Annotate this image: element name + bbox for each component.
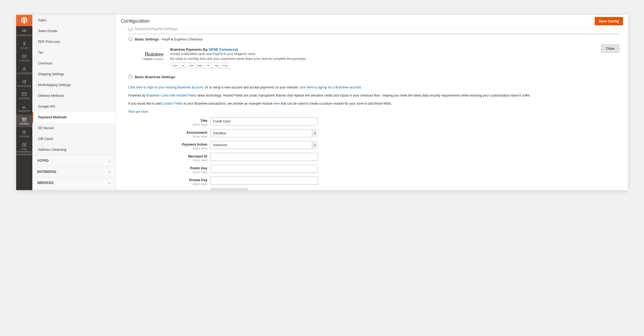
card-brand-pp: PP bbox=[205, 64, 212, 68]
sidebar-section-yotpo[interactable]: YOTPO⌄ bbox=[32, 155, 116, 166]
sidebar-item-checkout[interactable]: Checkout bbox=[32, 58, 116, 69]
nav-label: CONTENT bbox=[19, 97, 30, 100]
nav-item-partners[interactable]: FIND PARTNERS & EXTENSIONS bbox=[16, 140, 32, 158]
svg-rect-2 bbox=[22, 92, 26, 96]
public-key-input[interactable] bbox=[211, 165, 318, 173]
private-key-input[interactable] bbox=[211, 177, 318, 185]
nav-item-marketing[interactable]: MARKETING bbox=[16, 77, 32, 90]
row-public-key: Public Key[store view] bbox=[128, 165, 619, 174]
chevron-down-icon: ⌄ bbox=[108, 159, 111, 163]
svg-text:$: $ bbox=[23, 41, 25, 46]
nav-item-sales[interactable]: $SALES bbox=[16, 39, 32, 52]
nav-item-stores[interactable]: STORES bbox=[16, 115, 32, 127]
section-label: SERVICES bbox=[37, 181, 53, 185]
nav-item-reports[interactable]: REPORTS bbox=[16, 102, 32, 115]
sidebar-item-address-cleansing[interactable]: Address Cleansing bbox=[32, 144, 116, 155]
nav-label: REPORTS bbox=[19, 110, 30, 112]
basic-settings-prefix: Basic Settings bbox=[135, 37, 159, 41]
braintree-provider-card: Braintree A PayPal Company Braintree Pay… bbox=[128, 44, 619, 71]
example-module-link[interactable]: here bbox=[273, 102, 280, 105]
sidebar-item-payment-methods[interactable]: Payment Methods bbox=[32, 112, 116, 123]
sidebar-item-gift-cards[interactable]: Gift Cards bbox=[32, 133, 116, 144]
row-environment: Environment[store view] Sandbox ▼ bbox=[128, 129, 619, 138]
sidebar-section-services[interactable]: SERVICES⌄ bbox=[32, 177, 116, 188]
collapsible-required-paypal[interactable]: ⌄ Required PayPal Settings bbox=[128, 28, 619, 34]
help-para-3: If you would like to add Custom Fields t… bbox=[128, 101, 619, 106]
main-area: Configuration Save Config ⌄ Required Pay… bbox=[116, 15, 628, 190]
provider-title: Braintree Payments (by GENE Commerce) bbox=[170, 48, 619, 52]
chevron-down-icon: ⌄ bbox=[108, 181, 111, 185]
nav-item-system[interactable]: SYSTEM bbox=[16, 127, 32, 140]
row-private-key: Private Key[store view] bbox=[128, 177, 619, 186]
system-icon bbox=[22, 130, 27, 135]
admin-nav: DASHBOARD$SALESCATALOGCUSTOMERSMARKETING… bbox=[16, 15, 32, 190]
help-para-4: Find out more. bbox=[128, 109, 619, 114]
chevron-down-icon: ⌄ bbox=[128, 37, 133, 41]
svg-point-1 bbox=[23, 67, 25, 69]
sidebar-item-3d-secure[interactable]: 3D Secure bbox=[32, 123, 116, 133]
provider-desc-1: Accept credit/debit cards and PayPal in … bbox=[170, 52, 619, 56]
title-input[interactable] bbox=[211, 117, 318, 125]
card-brand-mc: MC bbox=[180, 64, 187, 68]
help-para-2: Powered by Braintree v.zero with Hosted … bbox=[128, 93, 619, 98]
section-label: DOTDIGITAL bbox=[37, 170, 57, 174]
nav-label: CUSTOMERS bbox=[17, 72, 32, 75]
sidebar-item-tax[interactable]: Tax bbox=[32, 47, 116, 58]
vzero-link[interactable]: Braintree v.zero with Hosted Fields bbox=[146, 94, 196, 97]
label-public-key: Public Key bbox=[128, 166, 207, 170]
stores-icon bbox=[22, 117, 27, 122]
card-brand-pay: ‹Pay bbox=[213, 64, 221, 68]
partners-icon bbox=[22, 142, 27, 147]
login-link[interactable]: Click here to login to your existing Bra… bbox=[128, 85, 204, 89]
environment-select[interactable]: Sandbox bbox=[211, 129, 318, 137]
nav-label: MARKETING bbox=[17, 85, 31, 87]
nav-item-dashboard[interactable]: DASHBOARD bbox=[16, 26, 32, 39]
sidebar-item-shipping-settings[interactable]: Shipping Settings bbox=[32, 69, 116, 80]
sidebar-item-pdf-print-outs[interactable]: PDF Print-outs bbox=[32, 36, 116, 47]
sidebar-section-dotdigital[interactable]: DOTDIGITAL⌄ bbox=[32, 166, 116, 177]
sidebar-item-google-api[interactable]: Google API bbox=[32, 101, 116, 112]
nav-item-catalog[interactable]: CATALOG bbox=[16, 52, 32, 64]
find-out-more-link[interactable]: Find out more. bbox=[128, 110, 149, 114]
merchant-id-input[interactable] bbox=[211, 153, 318, 161]
reports-icon bbox=[22, 104, 27, 109]
basic-settings-suffix: - PayPal Express Checkout bbox=[160, 37, 202, 41]
nav-label: SYSTEM bbox=[19, 135, 29, 138]
custom-fields-link[interactable]: Custom Fields bbox=[162, 102, 183, 105]
app-window: DASHBOARD$SALESCATALOGCUSTOMERSMARKETING… bbox=[16, 15, 628, 190]
collapsible-basic-settings-paypal[interactable]: ⌄ Basic Settings - PayPal Express Checko… bbox=[128, 34, 619, 44]
nav-item-customers[interactable]: CUSTOMERS bbox=[16, 64, 32, 77]
sidebar-item-sales-emails[interactable]: Sales Emails bbox=[32, 26, 116, 36]
sidebar-item-multishipping-settings[interactable]: Multishipping Settings bbox=[32, 80, 116, 90]
provider-body: Braintree Payments (by GENE Commerce) Ac… bbox=[170, 48, 619, 69]
nav-label: SALES bbox=[20, 47, 28, 49]
nav-label: DASHBOARD bbox=[17, 34, 32, 37]
nav-label: STORES bbox=[19, 122, 29, 125]
save-config-button[interactable]: Save Config bbox=[595, 17, 623, 25]
content-scroll[interactable]: ⌄ Required PayPal Settings ⌄ Basic Setti… bbox=[116, 28, 628, 190]
nav-label: CATALOG bbox=[19, 59, 30, 62]
chevron-down-icon: ⌄ bbox=[128, 28, 133, 31]
section-label: YOTPO bbox=[37, 159, 49, 163]
customers-icon bbox=[22, 67, 27, 71]
label-title: Title bbox=[128, 119, 207, 123]
sidebar-item-sales[interactable]: Sales bbox=[32, 15, 116, 26]
close-button[interactable]: Close bbox=[601, 44, 619, 53]
chevron-up-icon: ⌃ bbox=[128, 75, 133, 79]
catalog-icon bbox=[22, 54, 27, 59]
row-payment-action: Payment Action[store view] Authorize ▼ bbox=[128, 141, 619, 150]
nav-label: FIND PARTNERS & EXTENSIONS bbox=[17, 148, 32, 156]
braintree-logo: Braintree A PayPal Company bbox=[128, 48, 163, 60]
card-brand-gpay: G Pay bbox=[221, 64, 229, 68]
magento-icon bbox=[21, 17, 27, 24]
sidebar-item-delivery-methods[interactable]: Delivery Methods bbox=[32, 90, 116, 101]
magento-logo[interactable] bbox=[16, 15, 32, 26]
content-icon bbox=[22, 92, 27, 97]
nav-item-content[interactable]: CONTENT bbox=[16, 89, 32, 102]
gene-commerce-link[interactable]: GENE Commerce bbox=[209, 48, 237, 52]
collapsible-basic-braintree[interactable]: ⌃ Basic Braintree Settings bbox=[128, 72, 619, 82]
payment-action-select[interactable]: Authorize bbox=[211, 141, 318, 149]
signup-link[interactable]: click here to signup for a Braintree acc… bbox=[299, 85, 362, 89]
validate-credentials-button[interactable]: Validate Credentials bbox=[211, 188, 248, 190]
card-brand-strip: VISAMCDISCAMEXPP‹PayG Pay bbox=[170, 63, 230, 69]
